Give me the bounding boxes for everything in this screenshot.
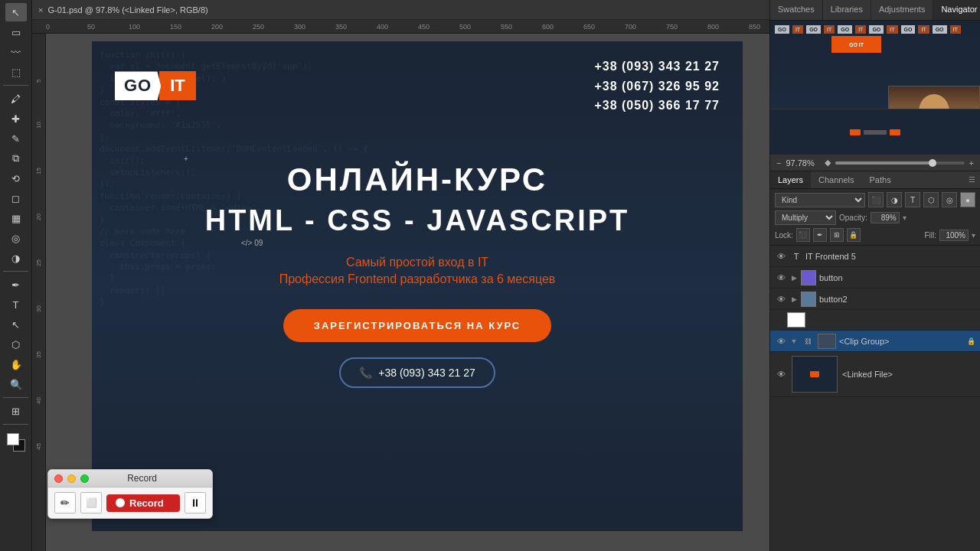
select-tool[interactable]: ▭ <box>5 23 27 41</box>
layer-item-clip-group[interactable]: 👁 ▼ ⛓ <Clip Group> 🔒 <box>770 331 980 352</box>
tab-channels[interactable]: Channels <box>811 171 861 188</box>
ruler-mark-400: 400 <box>377 23 418 31</box>
layer-expand-clip-group[interactable]: ▼ <box>790 337 798 345</box>
color-swatches[interactable] <box>5 432 27 456</box>
layer-visibility-linked-file[interactable]: 👁 <box>775 368 787 380</box>
tab-adjustments[interactable]: Adjustments <box>871 0 934 20</box>
opacity-dropdown-icon[interactable]: ▾ <box>903 214 906 222</box>
filter-active-icon[interactable]: ● <box>960 192 975 207</box>
lock-label: Lock: <box>775 231 793 240</box>
clone-tool[interactable]: ⧉ <box>5 149 27 168</box>
layer-item-it-frontend[interactable]: 👁 T IT Frontend 5 <box>770 246 980 267</box>
layer-visibility-it-frontend[interactable]: 👁 <box>775 250 787 262</box>
move-tool[interactable]: ↖ <box>5 3 27 21</box>
fill-dropdown-icon[interactable]: ▾ <box>972 231 975 240</box>
shape-tool[interactable]: ⬡ <box>5 335 27 354</box>
layer-expand-button[interactable]: ▶ <box>790 274 798 282</box>
canvas-scroll-area[interactable]: function init() { var el = document.getE… <box>46 34 769 551</box>
zoom-out-icon[interactable]: − <box>776 158 781 168</box>
nav-bottom-mini <box>770 109 980 155</box>
phone-cta-button[interactable]: 📞 +38 (093) 343 21 27 <box>339 357 495 388</box>
opacity-input[interactable] <box>871 212 900 223</box>
path-select-tool[interactable]: ↖ <box>5 315 27 334</box>
phone-3: +38 (050) 366 17 77 <box>594 96 720 116</box>
right-top-tabs: Swatches Libraries Adjustments Navigator <box>770 0 980 21</box>
gradient-tool[interactable]: ▦ <box>5 209 27 227</box>
lock-artboards-icon[interactable]: ⊞ <box>830 228 844 242</box>
ruler-mark-850: 850 <box>749 23 769 31</box>
traffic-light-red[interactable] <box>54 474 63 483</box>
tab-swatches[interactable]: Swatches <box>770 0 823 20</box>
ruler-mark-750: 750 <box>666 23 707 31</box>
dodge-tool[interactable]: ◑ <box>5 249 27 267</box>
history-tool[interactable]: ⟲ <box>5 169 27 187</box>
layer-link-icon: ⛓ <box>801 334 815 348</box>
zoom-slider[interactable] <box>835 161 964 165</box>
blend-mode-select[interactable]: Multiply <box>775 210 836 225</box>
ruler-left-10: 10 <box>35 83 42 129</box>
eraser-tool[interactable]: ◻ <box>5 189 27 207</box>
pixel-filter-icon[interactable]: ⬛ <box>868 192 884 207</box>
layer-visibility-button[interactable]: 👁 <box>775 272 787 284</box>
ruler-marks: 0 50 100 150 200 250 300 350 400 450 500… <box>46 23 769 31</box>
tab-paths[interactable]: Paths <box>862 171 899 188</box>
zoom-tool[interactable]: 🔍 <box>5 375 27 393</box>
brush-tool[interactable]: ✎ <box>5 129 27 148</box>
layer-group-thumb-button2 <box>801 292 816 307</box>
record-button[interactable]: Record <box>106 494 180 512</box>
type-tool[interactable]: T <box>5 295 27 314</box>
phone-1: +38 (093) 343 21 27 <box>594 57 720 77</box>
zoom-slider-thumb[interactable] <box>929 159 936 167</box>
heal-tool[interactable]: ✚ <box>5 109 27 128</box>
blur-tool[interactable]: ◎ <box>5 229 27 247</box>
eyedropper-tool[interactable]: 🖍 <box>5 90 27 108</box>
cta-button[interactable]: ЗАРЕГИСТРИРОВАТЬСЯ НА КУРС <box>283 309 551 342</box>
ruler-left-30: 30 <box>35 266 42 312</box>
layer-expand-button2[interactable]: ▶ <box>790 295 798 303</box>
shape-filter-icon[interactable]: ⬡ <box>923 192 939 207</box>
extra-tools[interactable]: ⊞ <box>5 402 27 420</box>
crop-tool[interactable]: ⬚ <box>5 63 27 81</box>
ruler-left-45: 45 <box>35 404 42 450</box>
layer-item-linked-file[interactable]: 👁 <Linked File> <box>770 352 980 397</box>
record-pencil-icon[interactable]: ✏ <box>54 492 76 514</box>
layer-controls: Kind ⬛ ◑ T ⬡ ◎ ● Multiply Opacity: ▾ <box>770 189 980 246</box>
record-button-label: Record <box>129 497 164 509</box>
tab-close-btn[interactable]: × <box>38 5 43 15</box>
smart-filter-icon[interactable]: ◎ <box>942 192 957 207</box>
layer-item-button2[interactable]: 👁 ▶ button2 <box>770 289 980 310</box>
layer-visibility-clip-group[interactable]: 👁 <box>775 335 787 347</box>
hand-tool[interactable]: ✋ <box>5 355 27 373</box>
tab-layers[interactable]: Layers <box>770 171 811 188</box>
kind-select[interactable]: Kind <box>775 193 865 207</box>
layers-panel-menu-icon[interactable]: ☰ <box>964 171 980 188</box>
record-square-icon[interactable]: ⬜ <box>80 492 102 514</box>
record-pause-button[interactable]: ⏸ <box>185 492 206 514</box>
tab-navigator[interactable]: Navigator <box>933 0 980 20</box>
hero-subtitle-1: Самый простой вход в IT <box>107 256 727 269</box>
adjustment-filter-icon[interactable]: ◑ <box>887 192 902 207</box>
lock-pixels-icon[interactable]: ⬛ <box>796 228 810 242</box>
layer-thumb-clip-group <box>818 334 836 349</box>
record-panel-title: Record <box>93 473 191 484</box>
tab-libraries[interactable]: Libraries <box>823 0 871 20</box>
type-filter-icon[interactable]: T <box>905 192 920 207</box>
layer-visibility-button2[interactable]: 👁 <box>775 293 787 305</box>
zoom-in-icon[interactable]: + <box>969 158 974 168</box>
foreground-color[interactable] <box>7 433 19 445</box>
layer-item-button[interactable]: 👁 ▶ button <box>770 267 980 289</box>
traffic-light-yellow[interactable] <box>67 474 76 483</box>
layer-item-white-thumb[interactable] <box>782 310 980 331</box>
website-hero: ОНЛАЙН-КУРС HTML - CSS - JAVASCRIPT Самы… <box>92 131 743 403</box>
left-toolbar: ↖ ▭ 〰 ⬚ 🖍 ✚ ✎ ⧉ ⟲ ◻ ▦ ◎ ◑ ✒ T ↖ ⬡ ✋ 🔍 ⊞ <box>0 0 32 551</box>
lock-position-icon[interactable]: ✒ <box>813 228 827 242</box>
opacity-label: Opacity: <box>839 214 867 222</box>
ruler-left-15: 15 <box>35 129 42 174</box>
ruler-left-5: 5 <box>35 37 42 83</box>
traffic-light-green[interactable] <box>80 474 89 483</box>
lasso-tool[interactable]: 〰 <box>5 43 27 61</box>
lock-all-icon[interactable]: 🔒 <box>847 228 861 242</box>
fill-input[interactable] <box>939 230 969 241</box>
pen-tool[interactable]: ✒ <box>5 276 27 294</box>
phone-cta-number: +38 (093) 343 21 27 <box>378 367 475 379</box>
